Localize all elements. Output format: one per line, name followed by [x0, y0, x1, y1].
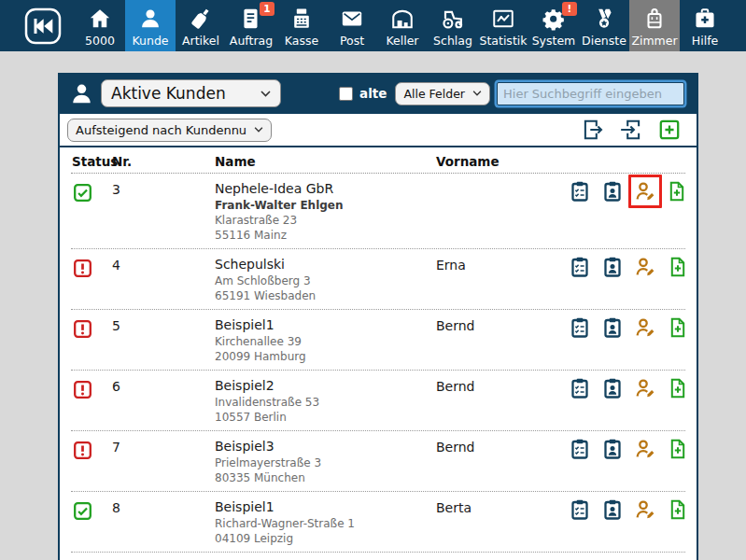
customer-vorname: Bernd — [436, 377, 569, 394]
table-row[interactable]: 4 Schepulski Am Schloßberg 3 65191 Wiesb… — [71, 249, 685, 310]
nav-item-schlag[interactable]: Schlag — [428, 0, 478, 51]
bottle-icon — [189, 6, 213, 32]
nav-item-auftrag[interactable]: 1 Auftrag — [226, 0, 276, 51]
customer-contact: Frank-Walter Ehlgen — [215, 198, 436, 213]
chart-icon — [491, 6, 515, 32]
export-icon[interactable] — [581, 118, 605, 142]
person-edit-icon[interactable] — [634, 377, 656, 399]
customer-street: Richard-Wagner-Straße 1 — [215, 516, 436, 531]
clipboard-list-icon[interactable] — [569, 498, 591, 521]
nav-item-system[interactable]: ! System — [528, 0, 579, 51]
customer-name: Schepulski — [215, 256, 436, 273]
col-header-vorname: Vorname — [436, 154, 569, 169]
status-warn-icon — [71, 438, 112, 460]
nav-item-kasse[interactable]: Kasse — [276, 0, 327, 51]
file-plus-icon[interactable] — [666, 180, 688, 203]
customer-nr: 7 — [112, 438, 215, 455]
view-select[interactable]: Aktive Kunden — [101, 79, 281, 107]
clipboard-list-icon[interactable] — [569, 180, 591, 203]
status-warn-icon — [71, 377, 112, 399]
file-plus-icon[interactable] — [667, 438, 689, 460]
nav-label: Keller — [386, 34, 418, 48]
table-row[interactable]: 8 Beispiel1 Richard-Wagner-Straße 1 0410… — [71, 492, 685, 553]
customer-city: 55116 Mainz — [215, 228, 436, 243]
customer-vorname: Bernd — [436, 438, 569, 455]
clipboard-person-icon[interactable] — [601, 498, 624, 521]
home-icon — [88, 6, 112, 32]
nav-item-statistik[interactable]: Statistik — [478, 0, 528, 51]
nav-item-hilfe[interactable]: Hilfe — [680, 0, 730, 51]
nav-label: 5000 — [85, 34, 115, 48]
nav-item-dienste[interactable]: Dienste — [579, 0, 629, 51]
table-row[interactable]: 6 Beispiel2 Invalidenstraße 53 10557 Ber… — [71, 371, 685, 431]
file-plus-icon[interactable] — [667, 316, 689, 339]
status-warn-icon — [71, 316, 112, 339]
table-row[interactable]: 5 Beispiel1 Kirchenallee 39 20099 Hambur… — [71, 310, 685, 371]
col-header-status: Status — [72, 154, 112, 169]
nav-item-zimmer[interactable]: Zimmer — [629, 0, 680, 51]
order-document-icon: 1 — [239, 6, 263, 32]
person-edit-icon[interactable] — [634, 180, 656, 203]
customer-street: Kirchenallee 39 — [215, 334, 436, 349]
first-aid-icon — [693, 6, 717, 32]
list-toolbar: Aufsteigend nach Kundennu — [60, 114, 697, 147]
file-plus-icon[interactable] — [667, 256, 689, 278]
field-select-value: Alle Felder — [403, 87, 465, 101]
suitcase-icon — [642, 6, 667, 32]
nav-label: Schlag — [433, 34, 472, 48]
nav-item-5000[interactable]: 5000 — [75, 0, 125, 51]
nav-item-artikel[interactable]: Artikel — [176, 0, 226, 51]
customer-name: Beispiel2 — [215, 377, 436, 395]
nav-label: Zimmer — [631, 34, 677, 48]
file-plus-icon[interactable] — [667, 377, 689, 399]
search-input[interactable] — [497, 82, 684, 105]
person-edit-icon[interactable] — [634, 498, 656, 521]
clipboard-list-icon[interactable] — [569, 316, 591, 339]
customer-name: Beispiel1 — [215, 316, 436, 334]
table-header-row: Status Nr. Name Vorname — [71, 147, 685, 174]
clipboard-person-icon[interactable] — [601, 316, 624, 339]
auftrag-badge: 1 — [260, 2, 274, 16]
alte-checkbox[interactable] — [339, 87, 353, 101]
status-ok-icon — [71, 498, 112, 521]
sort-select-value: Aufsteigend nach Kundennu — [76, 123, 246, 137]
table-row[interactable]: 9 Beispiel2 Fernroder Straße 2 30161 Han… — [71, 553, 685, 560]
customer-table: Status Nr. Name Vorname 3 Nephele-Idea G… — [60, 147, 697, 560]
customer-vorname: Bernd — [436, 316, 569, 333]
alte-checkbox-label: alte — [359, 86, 387, 101]
table-row[interactable]: 3 Nephele-Idea GbR Frank-Walter Ehlgen K… — [71, 174, 685, 249]
customer-vorname: Erna — [436, 256, 569, 273]
nav-item-keller[interactable]: Keller — [377, 0, 428, 51]
person-edit-icon[interactable] — [634, 316, 656, 339]
import-icon[interactable] — [619, 118, 643, 142]
top-navbar: 5000 Kunde Artikel 1 Auftrag — [0, 0, 746, 51]
clipboard-person-icon[interactable] — [601, 438, 624, 460]
clipboard-list-icon[interactable] — [569, 377, 591, 399]
clipboard-list-icon[interactable] — [569, 438, 591, 460]
add-icon[interactable] — [657, 118, 682, 142]
action-highlight-box — [628, 175, 662, 208]
field-select[interactable]: Alle Felder — [395, 82, 490, 105]
person-edit-icon[interactable] — [634, 438, 656, 460]
clipboard-person-icon[interactable] — [601, 256, 624, 278]
cash-register-icon — [289, 6, 314, 32]
status-warn-icon — [71, 256, 112, 278]
nav-label: Post — [340, 34, 364, 48]
nav-item-post[interactable]: Post — [327, 0, 377, 51]
kk-logo[interactable] — [24, 7, 62, 45]
customer-nr: 8 — [112, 498, 215, 515]
table-row[interactable]: 7 Beispiel3 Prielmayerstraße 3 80335 Mün… — [71, 431, 685, 492]
nav-item-kunde[interactable]: Kunde — [125, 0, 176, 51]
sort-select[interactable]: Aufsteigend nach Kundennu — [67, 119, 272, 142]
gear-icon: ! — [542, 6, 566, 32]
person-edit-icon[interactable] — [634, 256, 656, 278]
customer-street: Am Schloßberg 3 — [215, 273, 436, 288]
warehouse-icon — [390, 6, 415, 32]
clipboard-person-icon[interactable] — [601, 180, 624, 203]
chevron-down-icon — [260, 91, 271, 97]
nav-label: Artikel — [182, 34, 219, 48]
clipboard-list-icon[interactable] — [569, 256, 591, 278]
clipboard-person-icon[interactable] — [601, 377, 624, 399]
file-plus-icon[interactable] — [667, 498, 689, 521]
customer-street: Invalidenstraße 53 — [215, 395, 436, 410]
